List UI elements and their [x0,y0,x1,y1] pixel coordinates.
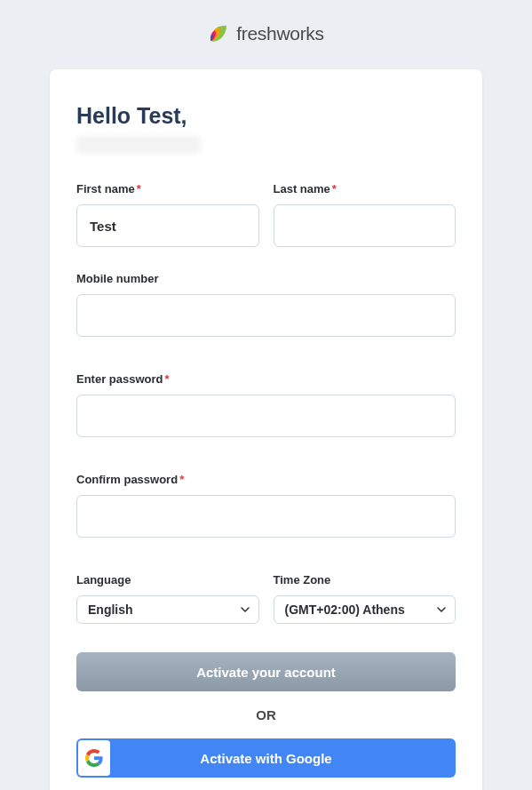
timezone-label: Time Zone [274,573,457,587]
confirm-password-input[interactable] [76,495,456,538]
language-field: Language English [76,573,259,624]
last-name-field: Last name* [274,182,457,247]
activation-card: Hello Test, First name* Last name* Mobil… [50,69,482,790]
activate-with-google-button[interactable]: Activate with Google [76,738,456,778]
first-name-label: First name* [76,182,259,196]
confirm-password-label: Confirm password* [76,473,456,486]
required-indicator: * [179,473,184,486]
mobile-field: Mobile number [76,272,456,337]
brand-logo: freshworks [208,23,324,44]
mobile-input[interactable] [76,294,456,337]
first-name-input[interactable] [76,204,259,247]
google-icon-box [78,740,110,776]
mobile-label: Mobile number [76,272,456,285]
required-indicator: * [165,372,170,386]
freshworks-leaf-icon [208,23,229,44]
required-indicator: * [332,182,337,196]
timezone-field: Time Zone (GMT+02:00) Athens [274,573,457,624]
last-name-label: Last name* [274,182,457,196]
greeting-title: Hello Test, [76,103,456,129]
google-icon [85,749,103,767]
password-field: Enter password* [76,372,456,437]
last-name-input[interactable] [274,204,457,247]
or-divider: OR [76,707,456,722]
password-label: Enter password* [76,372,456,386]
password-input[interactable] [76,395,456,437]
first-name-field: First name* [76,182,259,247]
timezone-select[interactable]: (GMT+02:00) Athens [274,595,457,624]
user-email-blurred [76,136,201,154]
confirm-password-field: Confirm password* [76,473,456,538]
language-select[interactable]: English [76,595,259,624]
language-label: Language [76,573,259,587]
google-button-label: Activate with Google [110,751,454,766]
logo-container: freshworks [0,0,532,62]
activate-account-button[interactable]: Activate your account [76,652,456,691]
required-indicator: * [137,182,141,196]
brand-name: freshworks [236,23,324,44]
